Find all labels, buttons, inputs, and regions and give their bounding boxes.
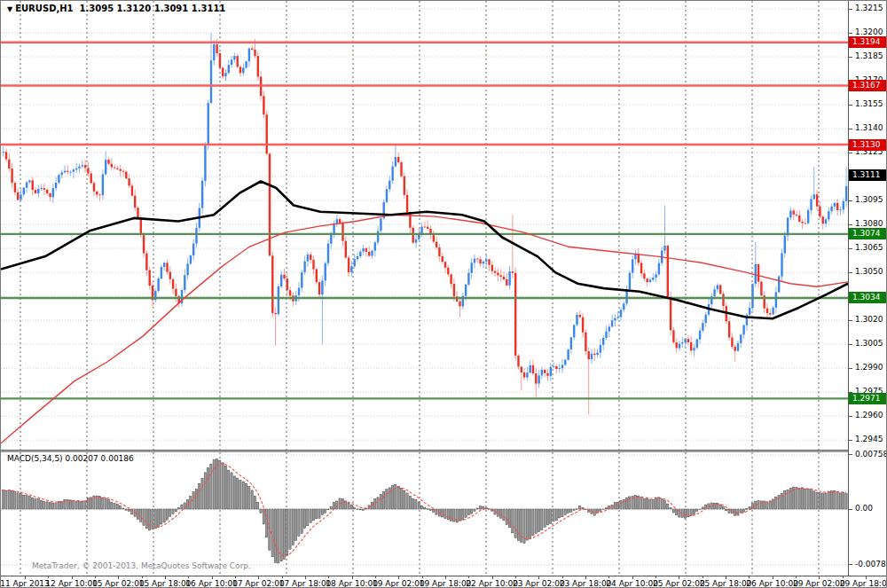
- ma-slow-red-line: [1, 215, 848, 443]
- time-tick-label: 18 Apr 10:00: [326, 579, 378, 588]
- symbol-ohlc-label: ▼EURUSD,H1 1.3095 1.3120 1.3091 1.3111: [7, 4, 225, 13]
- time-tick-label: 16 Apr 10:00: [185, 579, 238, 588]
- time-tick-mark: [445, 576, 446, 579]
- price-tick-mark: [849, 248, 852, 249]
- indicator-tick-mark: [849, 509, 852, 510]
- time-tick-mark: [25, 576, 26, 579]
- time-tick-mark: [72, 576, 73, 579]
- time-tick-label: 25 Apr 02:00: [653, 579, 705, 588]
- price-tick-label: 1.3215: [855, 4, 883, 12]
- time-tick-label: 22 Apr 10:00: [466, 579, 518, 588]
- macd-histogram: [3, 459, 848, 563]
- time-tick-mark: [585, 576, 586, 579]
- time-tick-label: 24 Apr 10:00: [606, 579, 658, 588]
- price-badge-resistance: 1.3130: [849, 139, 886, 151]
- price-tick-mark: [849, 272, 852, 273]
- time-tick-mark: [305, 576, 306, 579]
- price-tick-mark: [849, 440, 852, 441]
- time-tick-label: 25 Apr 18:00: [700, 579, 752, 588]
- time-minor-tick-mark: [562, 576, 563, 578]
- time-minor-tick-mark: [655, 576, 656, 578]
- time-tick-mark: [726, 576, 726, 579]
- price-tick-mark: [849, 224, 852, 225]
- price-badge-support: 1.3074: [849, 228, 886, 239]
- time-minor-tick-mark: [282, 576, 283, 578]
- time-tick-mark: [632, 576, 633, 579]
- price-tick-mark: [849, 200, 852, 201]
- time-tick-label: 19 Apr 18:00: [420, 579, 472, 588]
- indicator-level-label: -0.00781: [855, 560, 887, 568]
- time-tick-mark: [773, 576, 773, 579]
- price-tick-mark: [849, 105, 852, 106]
- time-tick-label: 12 Apr 10:00: [45, 579, 98, 588]
- price-tick-mark: [849, 129, 852, 129]
- price-badge-current: 1.3111: [849, 169, 886, 181]
- time-minor-tick-mark: [188, 576, 189, 578]
- time-minor-tick-mark: [48, 576, 49, 578]
- price-tick-mark: [849, 416, 852, 417]
- indicator-tick-mark: [849, 564, 852, 565]
- time-tick-mark: [538, 576, 539, 579]
- time-tick-mark: [118, 576, 119, 579]
- time-tick-label: 29 Apr 02:00: [793, 579, 845, 588]
- price-tick-label: 1.3140: [855, 123, 883, 132]
- candlestick-chart[interactable]: [1, 1, 848, 450]
- price-tick-label: 1.3065: [855, 243, 883, 252]
- symbol-name: EURUSD,H1: [15, 4, 73, 13]
- time-tick-mark: [492, 576, 493, 579]
- price-tick-mark: [849, 9, 852, 10]
- candle-bodies: [3, 44, 848, 384]
- price-tick-label: 1.3095: [855, 195, 883, 204]
- time-minor-tick-mark: [608, 576, 609, 578]
- time-tick-mark: [866, 576, 867, 579]
- time-minor-tick-mark: [235, 576, 236, 578]
- time-tick-label: 17 Apr 02:00: [232, 579, 285, 588]
- time-minor-tick-mark: [796, 576, 797, 578]
- price-axis[interactable]: 1.32151.32001.31851.31701.31551.31401.31…: [848, 1, 887, 576]
- price-badge-resistance: 1.3194: [849, 36, 886, 48]
- time-tick-mark: [398, 576, 399, 579]
- price-tick-mark: [849, 153, 852, 153]
- time-tick-label: 29 Apr 18:00: [840, 579, 887, 588]
- indicator-name-label: MACD(5,34,5) 0.00207 0.00186: [7, 454, 134, 463]
- symbol-dropdown-icon: ▼: [7, 5, 12, 13]
- price-tick-label: 1.2990: [855, 363, 883, 372]
- time-tick-mark: [258, 576, 259, 579]
- time-tick-label: 17 Apr 18:00: [279, 579, 332, 588]
- macd-indicator-panel[interactable]: MACD(5,34,5) 0.00207 0.00186 MetaTrader,…: [1, 452, 848, 576]
- time-tick-label: 15 Apr 18:00: [139, 579, 192, 588]
- time-minor-tick-mark: [422, 576, 423, 578]
- time-minor-tick-mark: [515, 576, 516, 578]
- time-tick-mark: [165, 576, 166, 579]
- price-tick-mark: [849, 344, 852, 345]
- time-tick-mark: [679, 576, 679, 579]
- price-chart-panel[interactable]: ▼EURUSD,H1 1.3095 1.3120 1.3091 1.3111: [1, 1, 848, 450]
- time-tick-mark: [212, 576, 213, 579]
- time-tick-label: 15 Apr 02:00: [92, 579, 145, 588]
- time-minor-tick-mark: [703, 576, 703, 578]
- time-tick-label: 23 Apr 18:00: [560, 579, 612, 588]
- indicator-tick-mark: [849, 454, 852, 455]
- symbol-ohlc-values: 1.3095 1.3120 1.3091 1.3111: [80, 4, 226, 13]
- time-minor-tick-mark: [142, 576, 143, 578]
- macd-chart[interactable]: [1, 452, 848, 576]
- time-minor-tick-mark: [328, 576, 329, 578]
- price-tick-mark: [849, 57, 852, 58]
- price-tick-label: 1.3050: [855, 267, 883, 276]
- price-badge-support: 1.3034: [849, 292, 886, 303]
- price-tick-mark: [849, 320, 852, 321]
- price-tick-label: 1.3200: [855, 27, 883, 36]
- time-tick-label: 11 Apr 2013: [0, 579, 50, 588]
- indicator-level-label: 0.00758: [855, 450, 887, 459]
- price-tick-label: 1.3080: [855, 219, 883, 228]
- time-axis[interactable]: 11 Apr 201312 Apr 10:0015 Apr 02:0015 Ap…: [1, 576, 887, 588]
- price-badge-support: 1.2971: [849, 393, 886, 404]
- mt4-chart-window: ▼EURUSD,H1 1.3095 1.3120 1.3091 1.3111 M…: [0, 0, 887, 588]
- time-tick-label: 19 Apr 02:00: [373, 579, 425, 588]
- price-tick-label: 1.2945: [855, 435, 883, 443]
- indicator-level-label: 0.00: [855, 504, 873, 513]
- time-minor-tick-mark: [749, 576, 750, 578]
- time-tick-mark: [819, 576, 820, 579]
- price-tick-label: 1.3155: [855, 99, 883, 108]
- time-minor-tick-mark: [468, 576, 469, 578]
